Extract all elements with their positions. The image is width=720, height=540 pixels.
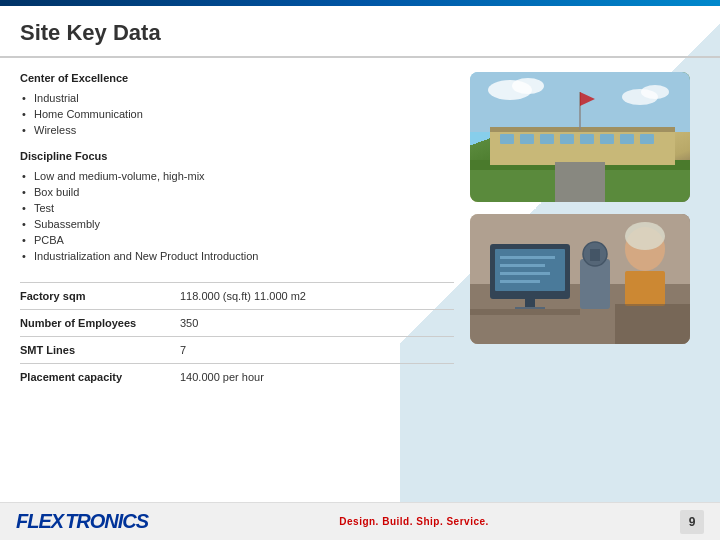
stats-row-employees: Number of Employees 350 bbox=[20, 309, 454, 336]
stats-label: Factory sqm bbox=[20, 290, 180, 302]
list-item: Industrial bbox=[20, 90, 454, 106]
svg-rect-29 bbox=[500, 280, 540, 283]
svg-rect-32 bbox=[590, 249, 600, 261]
center-of-excellence-heading: Center of Excellence bbox=[20, 72, 454, 84]
discipline-focus-heading: Discipline Focus bbox=[20, 150, 454, 162]
list-item: Low and medium-volume, high-mix bbox=[20, 168, 454, 184]
center-of-excellence-list: Industrial Home Communication Wireless bbox=[20, 90, 454, 138]
svg-rect-14 bbox=[600, 134, 614, 144]
footer-tagline: Design. Build. Ship. Service. bbox=[339, 516, 489, 527]
svg-rect-8 bbox=[490, 127, 675, 132]
svg-rect-23 bbox=[495, 249, 565, 291]
footer-page-number: 9 bbox=[680, 510, 704, 534]
list-item: Test bbox=[20, 200, 454, 216]
main-content: Center of Excellence Industrial Home Com… bbox=[0, 58, 720, 390]
svg-rect-37 bbox=[615, 304, 690, 344]
svg-rect-26 bbox=[500, 256, 555, 259]
svg-rect-36 bbox=[470, 309, 580, 315]
lab-svg bbox=[470, 214, 690, 344]
svg-rect-24 bbox=[525, 299, 535, 307]
svg-point-2 bbox=[512, 78, 544, 94]
svg-rect-11 bbox=[540, 134, 554, 144]
svg-rect-27 bbox=[500, 264, 545, 267]
list-item: Box build bbox=[20, 184, 454, 200]
page-title: Site Key Data bbox=[20, 20, 700, 46]
stats-value: 350 bbox=[180, 317, 198, 329]
svg-rect-7 bbox=[490, 127, 675, 165]
svg-point-35 bbox=[625, 222, 665, 250]
stats-row-placement: Placement capacity 140.000 per hour bbox=[20, 363, 454, 390]
stats-table: Factory sqm 118.000 (sq.ft) 11.000 m2 Nu… bbox=[20, 282, 454, 390]
building-image bbox=[470, 72, 690, 202]
footer-logo: FLEX TRONICS bbox=[16, 510, 148, 533]
svg-rect-12 bbox=[560, 134, 574, 144]
text-column: Center of Excellence Industrial Home Com… bbox=[20, 72, 454, 390]
discipline-focus-list: Low and medium-volume, high-mix Box buil… bbox=[20, 168, 454, 264]
lab-image bbox=[470, 214, 690, 344]
svg-point-4 bbox=[641, 85, 669, 99]
stats-value: 7 bbox=[180, 344, 186, 356]
svg-rect-34 bbox=[625, 271, 665, 306]
stats-label: Number of Employees bbox=[20, 317, 180, 329]
svg-rect-9 bbox=[500, 134, 514, 144]
stats-value: 140.000 per hour bbox=[180, 371, 264, 383]
footer: FLEX TRONICS Design. Build. Ship. Servic… bbox=[0, 502, 720, 540]
page-title-area: Site Key Data bbox=[0, 6, 720, 58]
discipline-focus-section: Discipline Focus Low and medium-volume, … bbox=[20, 150, 454, 264]
stats-label: Placement capacity bbox=[20, 371, 180, 383]
logo-flex-text: FLEX bbox=[16, 510, 63, 533]
list-item: Subassembly bbox=[20, 216, 454, 232]
svg-rect-16 bbox=[640, 134, 654, 144]
list-item: PCBA bbox=[20, 232, 454, 248]
images-column bbox=[470, 72, 700, 390]
svg-rect-19 bbox=[555, 162, 605, 202]
stats-row-smt: SMT Lines 7 bbox=[20, 336, 454, 363]
svg-rect-15 bbox=[620, 134, 634, 144]
building-svg bbox=[470, 72, 690, 202]
svg-rect-28 bbox=[500, 272, 550, 275]
list-item: Wireless bbox=[20, 122, 454, 138]
stats-label: SMT Lines bbox=[20, 344, 180, 356]
stats-value: 118.000 (sq.ft) 11.000 m2 bbox=[180, 290, 306, 302]
logo-tronics-text: TRONICS bbox=[65, 510, 148, 533]
center-of-excellence-section: Center of Excellence Industrial Home Com… bbox=[20, 72, 454, 138]
stats-row-factory: Factory sqm 118.000 (sq.ft) 11.000 m2 bbox=[20, 282, 454, 309]
svg-rect-13 bbox=[580, 134, 594, 144]
list-item: Home Communication bbox=[20, 106, 454, 122]
svg-rect-10 bbox=[520, 134, 534, 144]
list-item: Industrialization and New Product Introd… bbox=[20, 248, 454, 264]
